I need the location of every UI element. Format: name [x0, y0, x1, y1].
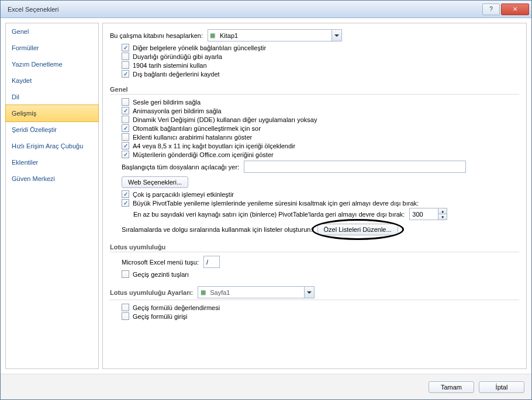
titlebar: Excel Seçenekleri ? ✕	[1, 1, 531, 18]
chk-label: Otomatik bağlantıları güncelleştirmek iç…	[133, 125, 261, 132]
checkbox-icon	[122, 270, 129, 278]
section-lotus: Lotus uyumluluğu	[110, 240, 519, 252]
chk-a4-row[interactable]: A4 veya 8,5 x 11 inç kağıt boyutları içi…	[122, 142, 519, 149]
section-lotus-settings: Lotus uyumluluğu Ayarları: ▦ Sayfa1	[110, 283, 519, 300]
checkbox-icon	[122, 142, 129, 149]
chevron-down-icon	[331, 30, 341, 41]
chk-label: Dış bağlantı değerlerini kaydet	[133, 71, 220, 78]
btn-label: Web Seçenekleri...	[128, 179, 182, 186]
web-options-button[interactable]: Web Seçenekleri...	[122, 176, 188, 188]
calc-label: Bu çalışma kitabını hesaplarken:	[110, 32, 203, 39]
pivot-spin-ctl[interactable]: ▲▼	[438, 208, 447, 220]
sidebar-item-addins[interactable]: Eklentiler	[6, 154, 98, 171]
chk-label: 1904 tarih sistemini kullan	[133, 62, 207, 69]
chk-label: Çok iş parçacıklı işlemeyi etkinleştir	[133, 191, 234, 198]
sidebar-item-quick-access[interactable]: Hızlı Erişim Araç Çubuğu	[6, 138, 98, 154]
startup-input[interactable]	[244, 161, 466, 173]
chk-label: Duyarlığı göründüğü gibi ayarla	[133, 53, 222, 60]
pivot-spin-input[interactable]	[409, 208, 438, 220]
sidebar-item-label: Kaydet	[12, 77, 32, 84]
menu-key-label: Microsoft Excel menü tuşu:	[122, 259, 199, 266]
checkbox-icon	[122, 312, 129, 320]
menu-key-row: Microsoft Excel menü tuşu:	[122, 256, 519, 268]
chk-update-links-row[interactable]: Diğer belgelere yönelik bağlantıları gün…	[122, 44, 519, 51]
chk-label: A4 veya 8,5 x 11 inç kağıt boyutları içi…	[133, 142, 295, 149]
sidebar-item-label: Dil	[12, 93, 19, 100]
lists-row: Sıralamalarda ve dolgu sıralarında kulla…	[122, 224, 519, 235]
btn-label: İptal	[496, 384, 508, 391]
sidebar-item-proofing[interactable]: Yazım Denetleme	[6, 56, 98, 72]
checkbox-icon	[122, 116, 129, 123]
menu-key-input[interactable]	[203, 256, 220, 268]
workbook-dropdown-text: Kitap1	[217, 32, 331, 39]
sidebar-item-save[interactable]: Kaydet	[6, 72, 98, 89]
excel-icon: ▦	[208, 32, 217, 39]
chk-label: Geçiş gezinti tuşları	[133, 271, 189, 278]
checkbox-icon	[122, 151, 129, 158]
sidebar-item-language[interactable]: Dil	[6, 89, 98, 105]
pivot-sub-label: En az bu sayıdaki veri kaynağı satırı iç…	[133, 211, 405, 218]
chk-label: Animasyonla geri bildirim sağla	[133, 107, 222, 114]
chk-transition-nav-row[interactable]: Geçiş gezinti tuşları	[122, 270, 519, 278]
chk-anim-row[interactable]: Animasyonla geri bildirim sağla	[122, 107, 519, 114]
ok-button[interactable]: Tamam	[429, 381, 474, 393]
circled-annotation: Özel Listeleri Düzenle...	[317, 224, 398, 235]
sidebar-item-label: Eklentiler	[12, 159, 38, 166]
sheet-icon: ▦	[198, 289, 208, 295]
checkbox-icon	[122, 98, 129, 106]
chk-multithread-row[interactable]: Çok iş parçacıklı işlemeyi etkinleştir	[122, 190, 519, 198]
lotus-settings-label: Lotus uyumluluğu Ayarları:	[110, 289, 193, 296]
sidebar-item-label: Güven Merkezi	[12, 175, 55, 182]
spin-down-icon: ▼	[438, 214, 447, 220]
chk-label: Sesle geri bildirim sağla	[133, 99, 201, 106]
sidebar-item-trust-center[interactable]: Güven Merkezi	[6, 171, 98, 187]
sheet-dropdown[interactable]: ▦ Sayfa1	[198, 286, 315, 298]
chk-label: Eklenti kullanıcı arabirimi hatalarını g…	[133, 134, 252, 141]
chk-transition-entry-row[interactable]: Geçiş formülü girişi	[122, 312, 519, 320]
chk-label: Büyük PivotTable yenileme işlemlerinde y…	[133, 200, 419, 207]
chk-save-ext-row[interactable]: Dış bağlantı değerlerini kaydet	[122, 70, 519, 78]
cancel-button[interactable]: İptal	[479, 381, 524, 393]
content-pane: Bu çalışma kitabını hesaplarken: ▦ Kitap…	[102, 23, 527, 369]
dialog-window: Excel Seçenekleri ? ✕ Genel Formüller Ya…	[0, 0, 532, 400]
sheet-dropdown-text: Sayfa1	[208, 289, 304, 296]
dialog-footer: Tamam İptal	[1, 374, 531, 399]
chk-addin-err-row[interactable]: Eklenti kullanıcı arabirimi hatalarını g…	[122, 133, 519, 141]
sidebar-item-label: Formüller	[12, 44, 39, 51]
chk-dde-row[interactable]: Dinamik Veri Değişimi (DDE) kullanan diğ…	[122, 116, 519, 123]
chk-1904-row[interactable]: 1904 tarih sistemini kullan	[122, 61, 519, 69]
sidebar-item-general[interactable]: Genel	[6, 23, 98, 40]
btn-label: Tamam	[441, 384, 462, 391]
chk-office-row[interactable]: Müşterilerin gönderdiği Office.com içeri…	[122, 151, 519, 158]
startup-label: Başlangıçta tüm dosyaların açılacağı yer…	[122, 164, 239, 171]
checkbox-icon	[122, 190, 129, 198]
sidebar-item-label: Genel	[12, 28, 29, 35]
pivot-spin: ▲▼	[409, 208, 447, 220]
sidebar: Genel Formüller Yazım Denetleme Kaydet D…	[5, 23, 99, 369]
sidebar-item-formulas[interactable]: Formüller	[6, 40, 98, 56]
chk-pivot-row[interactable]: Büyük PivotTable yenileme işlemlerinde y…	[122, 199, 519, 207]
help-button[interactable]: ?	[482, 4, 500, 15]
chk-precision-row[interactable]: Duyarlığı göründüğü gibi ayarla	[122, 53, 519, 60]
spin-up-icon: ▲	[438, 208, 447, 214]
checkbox-icon	[122, 304, 129, 311]
workbook-dropdown[interactable]: ▦ Kitap1	[208, 29, 342, 41]
sidebar-item-label: Gelişmiş	[12, 110, 36, 117]
sidebar-item-label: Şeridi Özelleştir	[12, 126, 57, 133]
edit-custom-lists-button[interactable]: Özel Listeleri Düzenle...	[317, 224, 398, 235]
chk-label: Müşterilerin gönderdiği Office.com içeri…	[133, 151, 274, 158]
titlebar-buttons: ? ✕	[481, 4, 529, 15]
sidebar-item-advanced[interactable]: Gelişmiş	[5, 105, 99, 122]
sidebar-item-label: Yazım Denetleme	[12, 61, 63, 68]
close-button[interactable]: ✕	[501, 4, 529, 15]
checkbox-icon	[122, 124, 129, 132]
lists-label: Sıralamalarda ve dolgu sıralarında kulla…	[122, 226, 313, 233]
calc-row: Bu çalışma kitabını hesaplarken: ▦ Kitap…	[110, 29, 519, 41]
chk-transition-eval-row[interactable]: Geçiş formülü değerlendirmesi	[122, 304, 519, 311]
sidebar-item-customize-ribbon[interactable]: Şeridi Özelleştir	[6, 121, 98, 138]
chk-label: Diğer belgelere yönelik bağlantıları gün…	[133, 44, 266, 51]
startup-row: Başlangıçta tüm dosyaların açılacağı yer…	[122, 161, 519, 173]
chk-sound-row[interactable]: Sesle geri bildirim sağla	[122, 98, 519, 106]
checkbox-icon	[122, 53, 129, 60]
chk-auto-links-row[interactable]: Otomatik bağlantıları güncelleştirmek iç…	[122, 124, 519, 132]
